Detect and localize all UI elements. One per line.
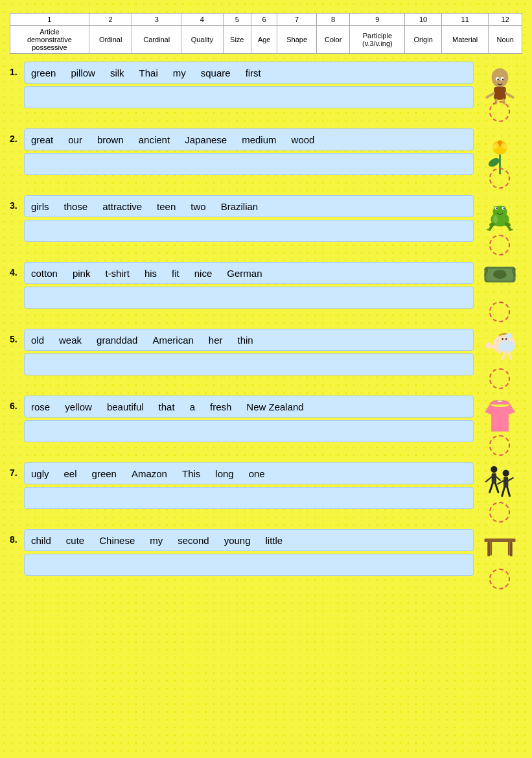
svg-line-49 — [498, 480, 503, 484]
dashed-circle — [489, 235, 510, 255]
illustration-table — [482, 530, 518, 566]
dashed-circle — [489, 569, 510, 589]
word-item: second — [178, 535, 209, 546]
word-item: silk — [110, 67, 124, 78]
words-line: greenpillowsilkThaimysquarefirst — [24, 62, 474, 84]
svg-rect-55 — [509, 542, 512, 556]
image-area — [474, 128, 522, 189]
header-num: 2 — [89, 14, 132, 26]
exercises-container: 1.greenpillowsilkThaimysquarefirst 2.gre… — [10, 62, 522, 589]
exercise-7: 7.uglyeelgreenAmazonThislongone — [10, 462, 522, 523]
svg-point-47 — [502, 470, 509, 477]
word-item: old — [31, 335, 44, 346]
words-line: cottonpinkt-shirthisfitniceGerman — [24, 262, 474, 284]
header-label: Shape — [277, 26, 317, 54]
header-table: 123456789101112 Article demonstrative po… — [10, 13, 522, 54]
svg-line-45 — [489, 484, 492, 492]
svg-rect-53 — [484, 538, 515, 542]
dashed-circle — [489, 502, 510, 523]
exercise-8: 8.childcuteChinesemysecondyounglittle — [10, 529, 522, 589]
exercise-number: 1. — [10, 62, 24, 77]
illustration-frog — [482, 196, 518, 232]
dashed-circle — [489, 302, 510, 322]
word-item: New Zealand — [246, 401, 303, 412]
exercise-number: 3. — [10, 195, 24, 211]
header-num: 12 — [489, 14, 522, 26]
exercise-2: 2.greatourbrownancientJapanesemediumwood — [10, 128, 522, 189]
words-line: childcuteChinesemysecondyounglittle — [24, 529, 474, 551]
answer-line[interactable] — [24, 353, 474, 375]
word-item: yellow — [65, 401, 92, 412]
word-item: brown — [97, 134, 124, 145]
svg-line-8 — [487, 93, 494, 97]
word-item: long — [215, 468, 233, 479]
svg-point-39 — [485, 342, 492, 349]
svg-point-30 — [492, 215, 498, 224]
word-item: pillow — [71, 67, 95, 78]
svg-line-50 — [508, 478, 513, 480]
answer-line[interactable] — [24, 554, 474, 576]
image-area — [474, 329, 522, 389]
word-item: cute — [66, 535, 84, 546]
image-area — [474, 396, 522, 456]
word-item: German — [227, 268, 262, 279]
header-label: Cardinal — [132, 26, 181, 54]
answer-line[interactable] — [24, 86, 474, 108]
exercise-number: 7. — [10, 462, 24, 478]
word-item: green — [92, 468, 117, 479]
exercise-number: 8. — [10, 529, 24, 545]
svg-line-44 — [496, 477, 500, 480]
word-item: Brazilian — [221, 201, 259, 212]
word-item: her — [209, 335, 223, 346]
exercise-number: 4. — [10, 262, 24, 278]
word-item: pink — [73, 268, 91, 279]
header-num: 3 — [132, 14, 181, 26]
words-line: uglyeelgreenAmazonThislongone — [24, 462, 474, 484]
word-item: fit — [172, 268, 179, 279]
word-item: medium — [242, 134, 276, 145]
image-area — [474, 262, 522, 322]
svg-line-9 — [505, 93, 513, 97]
word-item: Thai — [139, 67, 158, 78]
word-item: little — [266, 535, 283, 546]
svg-rect-56 — [490, 542, 492, 556]
answer-line[interactable] — [24, 487, 474, 509]
word-item: first — [246, 67, 261, 78]
svg-point-41 — [491, 466, 497, 473]
answer-line[interactable] — [24, 153, 474, 175]
illustration-rose — [482, 130, 518, 165]
header-label: Participle (v.3/v.ing) — [350, 26, 405, 54]
svg-rect-7 — [494, 87, 505, 100]
word-item: my — [150, 535, 163, 546]
word-item: those — [64, 201, 88, 212]
answer-line[interactable] — [24, 287, 474, 309]
word-item: American — [152, 335, 193, 346]
word-item: that — [159, 401, 175, 412]
word-item: wood — [292, 134, 315, 145]
answer-line[interactable] — [24, 220, 474, 242]
word-item: my — [173, 67, 186, 78]
word-item: eel — [64, 468, 77, 479]
header-num: 6 — [251, 14, 277, 26]
dashed-circle — [489, 101, 510, 122]
header-label: Color — [316, 26, 349, 54]
svg-point-38 — [498, 340, 515, 353]
header-num: 10 — [405, 14, 441, 26]
header-label: Size — [223, 26, 251, 54]
word-item: This — [182, 468, 200, 479]
word-item: child — [31, 535, 51, 546]
exercise-1: 1.greenpillowsilkThaimysquarefirst — [10, 62, 522, 122]
exercise-3: 3.girlsthoseattractiveteentwoBrazilian — [10, 195, 522, 255]
header-num: 1 — [10, 14, 89, 26]
header-num: 8 — [316, 14, 349, 26]
header-label: Noun — [489, 26, 522, 54]
svg-line-46 — [495, 484, 498, 492]
svg-rect-57 — [507, 542, 509, 556]
svg-point-26 — [496, 207, 497, 209]
answer-line[interactable] — [24, 420, 474, 442]
word-item: Chinese — [99, 535, 135, 546]
svg-point-40 — [505, 333, 512, 338]
word-item: one — [249, 468, 265, 479]
dashed-circle — [489, 368, 510, 389]
header-label: Age — [251, 26, 277, 54]
